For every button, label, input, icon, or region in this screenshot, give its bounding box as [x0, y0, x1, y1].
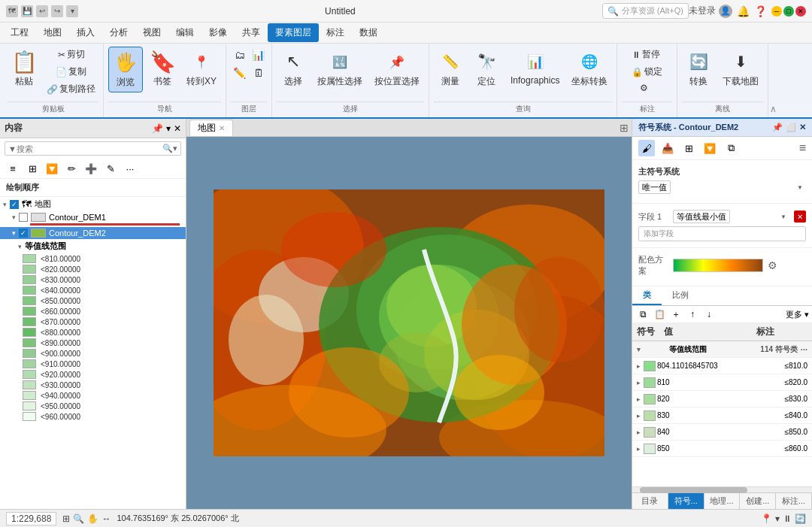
dem2-checkbox[interactable]: ✓: [19, 229, 28, 238]
loc-select-button[interactable]: 📌 按位置选择: [370, 47, 424, 91]
pan-icon[interactable]: ✋: [87, 513, 98, 524]
edit-layers-button[interactable]: ✏: [63, 160, 80, 177]
layer-contour-dem2[interactable]: ▾ ✓ Contour_DEM2: [0, 227, 186, 239]
minimize-button[interactable]: ─: [771, 6, 782, 17]
data-row-3[interactable]: ▸ 830 ≤840.0: [632, 407, 812, 424]
sidebar-search-more[interactable]: ▾: [173, 144, 177, 153]
layer-btn3[interactable]: ✏️: [231, 65, 248, 81]
color-scheme-bar[interactable]: [673, 259, 763, 272]
notification-icon[interactable]: 🔔: [737, 5, 750, 17]
browse-button[interactable]: 🖐 浏览: [108, 47, 143, 92]
layer-btn1[interactable]: 🗂: [231, 47, 248, 63]
map-collapse-button[interactable]: ⊞: [620, 122, 629, 134]
pause-button[interactable]: ⏸暂停: [629, 47, 663, 62]
convert-button[interactable]: 🔄 转换: [682, 47, 715, 91]
table-add-button[interactable]: ＋: [668, 307, 683, 321]
save-icon[interactable]: 💾: [21, 5, 33, 17]
settings-button[interactable]: ⚙: [629, 81, 659, 95]
menu-insert[interactable]: 插入: [69, 23, 102, 42]
symbol-import-button[interactable]: 📥: [659, 140, 676, 156]
symbol-panel-float-icon[interactable]: ⬜: [786, 123, 796, 132]
data-row-0[interactable]: ▸ 804.11016845703 ≤810.0: [632, 358, 812, 374]
more-sidebar-button[interactable]: ···: [122, 160, 138, 177]
layer-contour-dem1[interactable]: ▾ Contour_DEM1: [0, 211, 186, 223]
dem1-checkbox[interactable]: [19, 213, 28, 222]
symbol-brush-button[interactable]: 🖌: [638, 140, 655, 156]
tab-scale[interactable]: 比例: [662, 286, 699, 305]
system-type-select[interactable]: 唯一值: [638, 180, 671, 194]
menu-label[interactable]: 标注: [319, 23, 352, 42]
map-image-container[interactable]: [186, 137, 632, 509]
goto-xy-button[interactable]: 📍 转到XY: [182, 47, 221, 91]
pause-sync-icon[interactable]: ⏸: [783, 513, 792, 524]
symbol-filter-button[interactable]: 🔽: [701, 140, 718, 156]
table-copy-button[interactable]: ⧉: [635, 307, 650, 321]
data-row-5[interactable]: ▸ 850 ≤860.0: [632, 441, 812, 457]
table-duplicate-button[interactable]: 📋: [652, 307, 667, 321]
terrain-map-svg[interactable]: [214, 189, 604, 456]
close-button[interactable]: ✕: [795, 6, 806, 17]
zoom-in-icon[interactable]: 🔍: [73, 513, 84, 524]
data-row-1[interactable]: ▸ 810 ≤820.0: [632, 374, 812, 391]
filter-button[interactable]: 🔽: [44, 160, 60, 177]
download-map-button[interactable]: ⬇ 下载地图: [718, 47, 763, 91]
search-bar[interactable]: 🔍 分享资源 (Alt+Q): [602, 3, 689, 19]
symbol-categories-button[interactable]: ⊞: [680, 140, 697, 156]
tab-class[interactable]: 类: [632, 286, 662, 305]
menu-feature-layer[interactable]: 要素图层: [268, 23, 319, 42]
ribbon-collapse-button[interactable]: ∧: [768, 44, 777, 117]
bookmark-button[interactable]: 🔖 书签: [146, 47, 179, 91]
data-row-4[interactable]: ▸ 840 ≤850.0: [632, 424, 812, 441]
sidebar-menu-icon[interactable]: ▾: [166, 123, 171, 134]
menu-share[interactable]: 共享: [235, 23, 268, 42]
location-icon[interactable]: 📍: [761, 513, 772, 524]
symbol-menu-button[interactable]: ≡: [799, 141, 806, 155]
select-button[interactable]: ↖ 选择: [277, 47, 310, 91]
layer-btn2[interactable]: 📊: [250, 47, 267, 63]
cut-button[interactable]: ✂剪切: [44, 47, 98, 62]
maximize-button[interactable]: □: [783, 6, 794, 17]
zoom-to-extent-icon[interactable]: ↔: [102, 513, 111, 524]
scale-selector[interactable]: 1:229,688: [6, 512, 56, 525]
infographics-button[interactable]: 📊 Infographics: [506, 47, 564, 89]
field1-select[interactable]: 等值线最小值: [673, 210, 730, 223]
sidebar-close-icon[interactable]: ✕: [174, 123, 181, 134]
more-icon[interactable]: ▾: [66, 5, 78, 17]
symbol-panel-close-icon[interactable]: ✕: [799, 123, 806, 132]
map-tab[interactable]: 地图 ✕: [189, 120, 233, 136]
paste-button[interactable]: 📋 粘贴: [8, 47, 41, 91]
sidebar-search-input[interactable]: [17, 144, 162, 153]
bottom-tab-symbol[interactable]: 符号...: [668, 493, 704, 509]
field1-remove-button[interactable]: ✕: [794, 210, 806, 223]
group-dots-button[interactable]: ···: [801, 345, 807, 354]
draw-button[interactable]: ✎: [102, 160, 119, 177]
map-checkbox[interactable]: ✓: [10, 200, 19, 209]
menu-view[interactable]: 视图: [135, 23, 168, 42]
coord-convert-button[interactable]: 🌐 坐标转换: [567, 47, 612, 91]
bottom-tab-create[interactable]: 创建...: [740, 493, 776, 509]
attr-select-button[interactable]: 🔣 按属性选择: [313, 47, 367, 91]
layer-group-map[interactable]: ▾ ✓ 🗺 地图: [0, 197, 186, 211]
locate-button[interactable]: 🔭 定位: [470, 47, 503, 91]
bottom-tab-geography[interactable]: 地理...: [704, 493, 741, 509]
refresh-icon[interactable]: 🔄: [795, 513, 806, 524]
bottom-tab-catalog[interactable]: 目录: [632, 493, 668, 509]
help-icon[interactable]: ❓: [754, 5, 767, 17]
copy-path-button[interactable]: 🔗复制路径: [44, 81, 98, 97]
map-tab-close-button[interactable]: ✕: [219, 124, 225, 132]
sidebar-search-icon[interactable]: 🔍: [162, 144, 173, 153]
lock-button[interactable]: 🔒锁定: [629, 64, 665, 80]
sidebar-search-bar[interactable]: ▼ 🔍 ▾: [5, 141, 181, 156]
menu-project[interactable]: 工程: [3, 23, 36, 42]
table-view-button[interactable]: ⊞: [24, 160, 41, 177]
list-view-button[interactable]: ≡: [5, 160, 21, 177]
symbol-layers-button[interactable]: ⧉: [723, 140, 739, 156]
menu-imagery[interactable]: 影像: [201, 23, 235, 42]
menu-analysis[interactable]: 分析: [102, 23, 135, 42]
layer-btn4[interactable]: 🗓: [250, 65, 267, 81]
data-row-2[interactable]: ▸ 820 ≤830.0: [632, 391, 812, 407]
table-more-button[interactable]: 更多 ▾: [786, 309, 809, 320]
undo-icon[interactable]: ↩: [36, 5, 48, 17]
symbol-panel-pin-icon[interactable]: 📌: [772, 123, 783, 132]
menu-edit[interactable]: 编辑: [168, 23, 201, 42]
